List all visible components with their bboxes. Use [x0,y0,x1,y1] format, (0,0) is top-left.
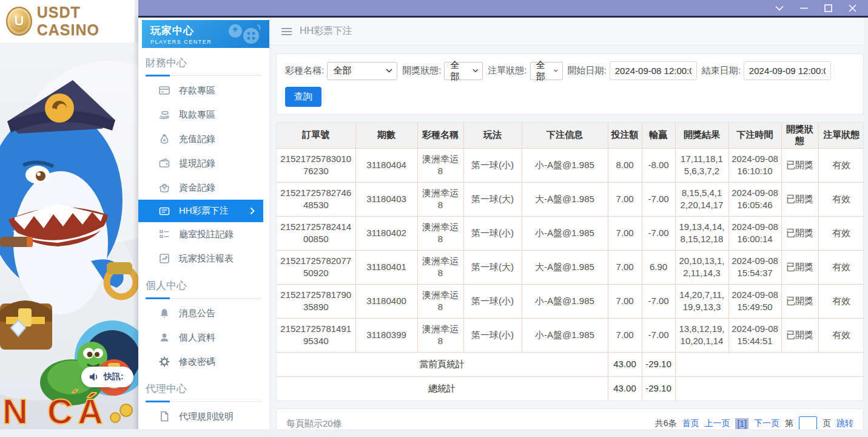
table-cell: -7.00 [642,318,675,352]
titlebar-divider [138,16,868,18]
order-status-label: 注單狀態: [488,65,527,76]
sidebar-item-label: 消息公告 [179,308,215,319]
table-cell: 已開獎 [781,182,818,216]
sidebar-item-room-bet-records[interactable]: 廳室投註記錄 [138,222,269,246]
hamburger-menu-icon[interactable] [281,28,292,35]
agent-menu: 代理規則說明 [138,404,269,429]
first-page-link[interactable]: 首页 [682,418,699,429]
table-cell: 有效 [818,284,864,318]
query-button[interactable]: 查詢 [285,87,321,107]
end-date-input[interactable] [744,61,831,80]
sidebar-item-player-bet-report[interactable]: 玩家投注報表 [138,246,269,271]
sidebar-item-deposit-zone[interactable]: 存款專區 [138,78,269,103]
sidebar-item-hh-lottery-bets[interactable]: HH彩票下注 [138,200,263,222]
sidebar-subtitle: PLAYERS CENTER [150,39,269,45]
page-summary-row: 當前頁統計 43.00 -29.10 [277,352,864,376]
table-cell: 有效 [818,318,864,352]
table-cell: 澳洲幸运8 [417,284,463,318]
draw-status-select[interactable]: 全部 [444,62,483,80]
table-cell: 31180401 [355,250,417,284]
table-cell: 澳洲幸运8 [417,148,463,182]
minimize-icon[interactable] [799,3,809,13]
table-cell: 澳洲幸运8 [417,318,463,352]
table-cell: 2024-09-08 15:54:37 [728,250,781,284]
total-summary-label: 總統計 [277,376,608,401]
next-page-link[interactable]: 下一页 [754,418,779,429]
page-size-text: 每頁顯示20條 [286,418,342,430]
table-cell: 已開獎 [781,216,818,250]
lottery-name-value: 全部 [333,65,351,76]
col-draw-status: 開獎狀態 [781,123,818,148]
sidebar-item-label: 充值記錄 [179,134,215,145]
sidebar-item-withdraw-records[interactable]: 提現記錄 [138,151,269,175]
table-cell: 8,15,5,4,12,20,14,17 [675,182,728,216]
table-cell: 澳洲幸运8 [417,216,463,250]
sidebar-item-agent-rules[interactable]: 代理規則說明 [138,404,269,429]
table-row: 215217257830107623031180404澳洲幸运8第一球(小)小-… [277,148,864,182]
sidebar-header: 玩家中心 PLAYERS CENTER [142,20,269,48]
svg-text:N CÁ: N CÁ [2,391,108,431]
scrollbar-track[interactable] [864,18,868,437]
withdraw-hand-icon [159,109,170,120]
table-cell: 第一球(小) [463,216,522,250]
maximize-icon[interactable] [823,3,833,13]
sidebar-item-label: 代理規則說明 [179,411,234,422]
jump-suffix-label: 页 [823,418,831,429]
total-summary-row: 總統計 43.00 -29.10 [277,376,864,401]
order-status-value: 全部 [536,59,548,83]
sidebar-item-recharge-records[interactable]: 充值記錄 [138,127,269,151]
sidebar-item-change-password[interactable]: 修改密碼 [138,350,269,374]
chevron-down-icon [386,69,392,73]
window-titlebar [138,0,868,16]
table-cell: 第一球(大) [463,182,522,216]
filter-panel: 彩種名稱: 全部 開獎狀態: 全部 注單狀態: 全部 開始 [276,53,864,115]
funds-purse-icon [159,182,170,193]
start-date-input[interactable] [610,61,697,80]
order-status-select[interactable]: 全部 [530,62,563,80]
table-cell: -7.00 [642,216,675,250]
table-cell: 2024-09-08 16:10:10 [728,148,781,182]
sidebar-item-label: 玩家投注報表 [179,253,234,265]
table-cell: 大-A盤@1.985 [522,250,608,284]
table-cell: 31180404 [355,148,417,182]
table-cell: 已開獎 [781,250,818,284]
lottery-name-label: 彩種名稱: [285,65,324,76]
table-cell: 31180399 [355,318,417,352]
table-cell: 已開獎 [781,284,818,318]
table-cell: 小-A盤@1.985 [522,148,608,182]
promo-panel: N CÁ ´ U USDT CASINO 快訊: [0,0,138,437]
table-cell: 20,10,13,1,2,11,14,3 [675,250,728,284]
chevron-down-icon [554,69,558,73]
sidebar-item-label: HH彩票下注 [179,205,229,217]
table-body: 215217257830107623031180404澳洲幸运8第一球(小)小-… [277,148,864,352]
page-summary-empty [675,352,864,376]
close-icon[interactable] [847,3,857,13]
table-row: 215217257820775092031180401澳洲幸运8第一球(大)大-… [277,250,864,284]
sidebar-item-label: 個人資料 [179,332,215,344]
sidebar-item-personal-profile[interactable]: 個人資料 [138,325,269,350]
news-ticker[interactable]: 快訊: [81,367,133,387]
personal-menu: 消息公告 個人資料 修改密碼 [138,301,269,374]
report-chart-icon [159,253,170,264]
finance-menu: 存款專區 取款專區 充值記錄 提現記錄 [138,78,269,271]
lottery-name-select[interactable]: 全部 [327,62,397,80]
chevron-down-icon[interactable] [775,3,784,13]
sidebar-item-withdraw-zone[interactable]: 取款專區 [138,103,269,127]
sidebar-item-label: 修改密碼 [179,356,215,368]
table-row: 215217257814919534031180399澳洲幸运8第一球(小)小-… [277,318,864,352]
prev-page-link[interactable]: 上一页 [704,418,730,429]
sidebar-item-news-announcements[interactable]: 消息公告 [138,301,269,325]
brand-name: USDT CASINO [37,4,135,39]
table-cell: 2152172578241400850 [277,216,355,250]
sidebar-item-funds-records[interactable]: 資金記錄 [138,175,269,200]
table-cell: 澳洲幸运8 [417,250,463,284]
table-cell: 7.00 [608,284,642,318]
jump-page-button[interactable]: 跳转 [836,418,853,429]
col-bet-time: 下注時間 [728,123,781,148]
table-cell: 第一球(小) [463,318,522,352]
table-cell: 2024-09-08 16:00:14 [728,216,781,250]
brand-logo: U USDT CASINO [0,0,135,42]
table-cell: 小-A盤@1.985 [522,216,608,250]
deposit-card-icon [159,85,170,96]
content: 彩種名稱: 全部 開獎狀態: 全部 注單狀態: 全部 開始 [269,46,868,437]
